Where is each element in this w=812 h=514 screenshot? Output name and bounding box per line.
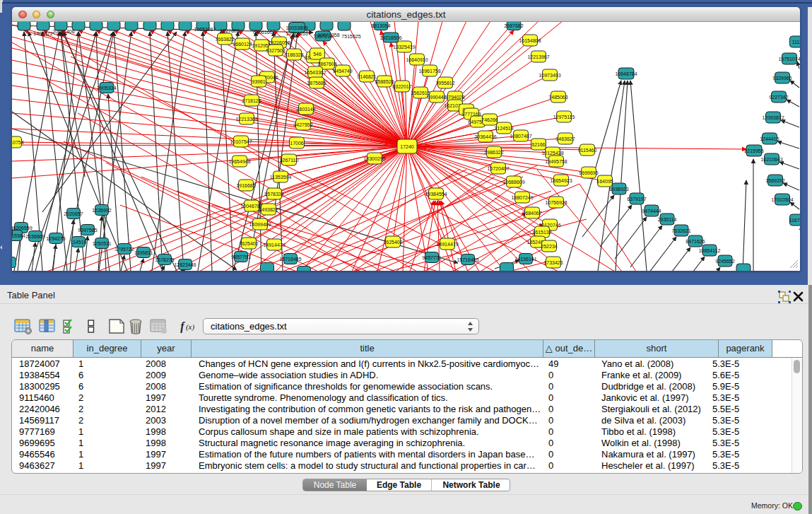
svg-text:16210643: 16210643 bbox=[760, 157, 782, 162]
svg-text:546: 546 bbox=[313, 52, 322, 57]
svg-text:2156869: 2156869 bbox=[25, 234, 45, 239]
svg-text:8471626: 8471626 bbox=[686, 239, 705, 244]
svg-text:10671358: 10671358 bbox=[317, 33, 339, 37]
svg-text:1916685: 1916685 bbox=[236, 183, 255, 188]
svg-text:16640910: 16640910 bbox=[406, 57, 428, 62]
svg-text:9474444: 9474444 bbox=[642, 209, 661, 214]
svg-text:1010754: 1010754 bbox=[12, 140, 24, 145]
svg-text:16961758: 16961758 bbox=[418, 69, 440, 74]
svg-text:20691406: 20691406 bbox=[52, 29, 74, 34]
svg-text:3875685: 3875685 bbox=[307, 81, 326, 86]
svg-text:1294275: 1294275 bbox=[46, 236, 65, 241]
svg-text:1615132: 1615132 bbox=[532, 230, 551, 235]
svg-text:3915584: 3915584 bbox=[12, 233, 25, 238]
svg-text:116753: 116753 bbox=[789, 218, 800, 223]
svg-text:12213369: 12213369 bbox=[235, 117, 257, 122]
svg-text:19654948: 19654948 bbox=[228, 159, 250, 164]
svg-text:9857791: 9857791 bbox=[231, 255, 250, 259]
svg-text:9427552: 9427552 bbox=[293, 122, 312, 127]
svg-text:9777169: 9777169 bbox=[461, 112, 481, 117]
svg-text:16543362: 16543362 bbox=[304, 70, 326, 75]
svg-text:10807487: 10807487 bbox=[510, 134, 531, 139]
svg-text:1395811: 1395811 bbox=[134, 250, 153, 255]
svg-text:9990448: 9990448 bbox=[427, 95, 446, 100]
svg-text:f: f bbox=[180, 320, 185, 333]
svg-text:1493822: 1493822 bbox=[259, 207, 278, 212]
svg-text:2986322: 2986322 bbox=[484, 150, 503, 155]
svg-text:10125438: 10125438 bbox=[541, 151, 563, 156]
svg-text:10973493: 10973493 bbox=[539, 73, 560, 78]
svg-text:1250511: 1250511 bbox=[93, 241, 112, 246]
svg-text:10756928: 10756928 bbox=[545, 200, 567, 205]
svg-text:9115460: 9115460 bbox=[578, 148, 597, 153]
svg-text:10653267: 10653267 bbox=[194, 27, 216, 32]
svg-text:3267110: 3267110 bbox=[280, 158, 299, 163]
svg-text:17010504: 17010504 bbox=[771, 197, 793, 202]
svg-text:2867608: 2867608 bbox=[317, 62, 336, 66]
svg-text:12975115: 12975115 bbox=[553, 115, 575, 119]
svg-text:9146821: 9146821 bbox=[357, 74, 376, 79]
svg-text:9245652: 9245652 bbox=[715, 259, 734, 264]
svg-text:14099489: 14099489 bbox=[249, 222, 271, 227]
svg-text:7485063: 7485063 bbox=[548, 95, 567, 100]
svg-text:15751074: 15751074 bbox=[778, 57, 800, 62]
svg-text:7663822: 7663822 bbox=[215, 37, 234, 42]
svg-text:2803144: 2803144 bbox=[296, 107, 315, 112]
svg-text:9794028: 9794028 bbox=[445, 95, 464, 100]
svg-text:114519: 114519 bbox=[71, 240, 87, 245]
svg-text:164095: 164095 bbox=[596, 179, 613, 184]
svg-text:9329966: 9329966 bbox=[772, 76, 792, 81]
svg-text:9684067: 9684067 bbox=[522, 211, 541, 216]
svg-text:15716485: 15716485 bbox=[457, 257, 478, 262]
svg-text:1527602: 1527602 bbox=[220, 28, 239, 33]
svg-text:10107547: 10107547 bbox=[230, 139, 252, 144]
svg-text:1112: 1112 bbox=[792, 40, 800, 45]
svg-text:2718126: 2718126 bbox=[242, 98, 261, 103]
svg-text:62166: 62166 bbox=[531, 142, 546, 147]
svg-text:746266: 746266 bbox=[481, 117, 498, 122]
svg-text:3124514: 3124514 bbox=[494, 126, 513, 131]
svg-text:13226058: 13226058 bbox=[268, 40, 290, 45]
svg-text:18654923: 18654923 bbox=[550, 178, 572, 183]
svg-text:18300295: 18300295 bbox=[363, 156, 385, 161]
svg-text:2935114: 2935114 bbox=[658, 217, 677, 222]
svg-text:9227342: 9227342 bbox=[769, 95, 788, 100]
svg-text:10648784: 10648784 bbox=[615, 71, 637, 76]
svg-text:8938923: 8938923 bbox=[609, 187, 628, 192]
svg-text:14136141: 14136141 bbox=[514, 257, 536, 262]
svg-text:1678275: 1678275 bbox=[155, 257, 174, 262]
svg-text:13716485: 13716485 bbox=[279, 257, 301, 262]
svg-text:10719155: 10719155 bbox=[286, 31, 307, 36]
svg-text:2905334: 2905334 bbox=[97, 86, 116, 90]
svg-text:1235992: 1235992 bbox=[92, 208, 111, 213]
svg-text:7515525: 7515525 bbox=[341, 34, 360, 39]
svg-text:7625402: 7625402 bbox=[239, 241, 258, 246]
svg-text:8454749: 8454749 bbox=[333, 69, 352, 74]
svg-text:14914479: 14914479 bbox=[436, 242, 458, 247]
svg-text:1795722: 1795722 bbox=[114, 247, 134, 252]
svg-text:10033809: 10033809 bbox=[286, 25, 307, 30]
svg-text:9457771: 9457771 bbox=[422, 255, 441, 260]
svg-text:(x): (x) bbox=[186, 322, 195, 332]
svg-text:17006: 17006 bbox=[290, 141, 304, 146]
svg-text:7625402: 7625402 bbox=[383, 240, 402, 245]
svg-text:8215955: 8215955 bbox=[744, 148, 763, 153]
svg-text:18807249: 18807249 bbox=[511, 195, 533, 200]
svg-text:6322017: 6322017 bbox=[392, 84, 411, 89]
svg-text:1588520: 1588520 bbox=[375, 79, 394, 84]
svg-text:11353594: 11353594 bbox=[270, 175, 292, 180]
svg-text:1733426: 1733426 bbox=[543, 260, 563, 265]
svg-text:13325419: 13325419 bbox=[393, 45, 415, 49]
svg-text:9660124: 9660124 bbox=[233, 42, 252, 47]
svg-text:10654112: 10654112 bbox=[699, 248, 721, 253]
svg-text:1405572: 1405572 bbox=[33, 31, 52, 36]
svg-text:8186328: 8186328 bbox=[284, 52, 303, 57]
svg-text:9463627: 9463627 bbox=[555, 136, 575, 141]
svg-text:1244415: 1244415 bbox=[760, 136, 779, 141]
svg-text:9397585: 9397585 bbox=[78, 228, 97, 233]
svg-text:15720407: 15720407 bbox=[487, 166, 509, 171]
svg-text:2687682: 2687682 bbox=[504, 23, 523, 28]
svg-text:10688609: 10688609 bbox=[502, 180, 524, 185]
svg-text:8813054: 8813054 bbox=[371, 23, 390, 28]
svg-text:93961: 93961 bbox=[252, 79, 266, 84]
